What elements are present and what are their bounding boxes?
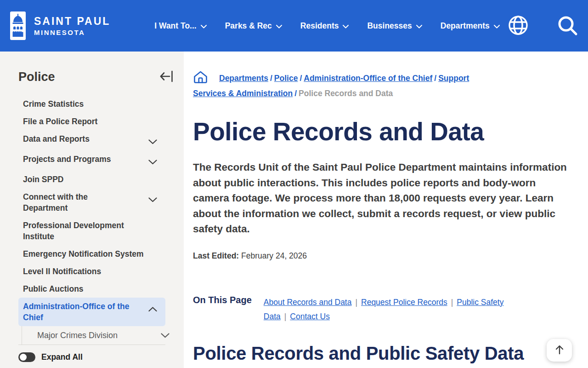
- nav-item-parks-rec[interactable]: Parks & Rec: [225, 21, 282, 31]
- arrow-up-icon: [554, 344, 565, 356]
- globe-icon: [507, 14, 529, 38]
- sidebar-item-label: Professional Development Institute: [23, 220, 138, 242]
- sidebar-item-administration-office-of-the-chief[interactable]: Administration-Office of the Chief: [18, 298, 165, 326]
- last-edited: Last Edited: February 24, 2026: [193, 251, 574, 261]
- submenu-divider: [18, 345, 165, 345]
- nav-item-businesses[interactable]: Businesses: [367, 21, 422, 31]
- scroll-to-top-button[interactable]: [547, 339, 572, 362]
- sidebar-item-label: Public Auctions: [23, 283, 84, 294]
- toggle-knob: [20, 354, 27, 361]
- chevron-down-icon: [416, 21, 422, 31]
- nav-item-residents[interactable]: Residents: [300, 21, 349, 31]
- logo-subtitle: MINNESOTA: [34, 29, 110, 36]
- on-page-separator: |: [447, 298, 457, 307]
- last-edited-value: February 24, 2026: [241, 251, 307, 260]
- breadcrumb-separator: /: [268, 74, 274, 83]
- section-heading: Police Records and Public Safety Data: [193, 343, 574, 364]
- chevron-down-icon: [148, 136, 157, 147]
- sidebar-item-file-a-police-report[interactable]: File a Police Report: [18, 113, 165, 130]
- sidebar-item-join-sppd[interactable]: Join SPPD: [18, 171, 165, 188]
- breadcrumb-link-police[interactable]: Police: [274, 74, 298, 83]
- sidebar-item-public-auctions[interactable]: Public Auctions: [18, 280, 165, 298]
- sidebar-item-projects-and-programs[interactable]: Projects and Programs: [18, 150, 165, 171]
- sidebar-subitem-label: Major Crimes Division: [37, 330, 118, 341]
- home-icon[interactable]: [193, 70, 208, 87]
- nav-item-label: Parks & Rec: [225, 21, 272, 31]
- chevron-down-icon: [494, 21, 500, 31]
- nav-item-departments[interactable]: Departments: [441, 21, 500, 31]
- sidebar-item-crime-statistics[interactable]: Crime Statistics: [18, 95, 165, 113]
- expand-all-row: Expand All: [18, 352, 184, 362]
- on-this-page-links: About Records and Data|Request Police Re…: [264, 295, 548, 324]
- sidebar-item-label: Administration-Office of the Chief: [23, 301, 142, 323]
- on-this-page-label: On This Page: [193, 295, 252, 305]
- chevron-down-icon: [276, 21, 282, 31]
- main-content: Departments/Police/Administration-Office…: [184, 52, 588, 368]
- chevron-down-icon: [148, 194, 157, 205]
- logo-text: SAINT PAUL MINNESOTA: [34, 15, 110, 36]
- on-page-link-about-records-and-data[interactable]: About Records and Data: [264, 298, 352, 307]
- language-globe-button[interactable]: [507, 14, 529, 38]
- sidebar-item-label: Join SPPD: [23, 174, 64, 185]
- sidebar-item-label: Data and Reports: [23, 133, 90, 144]
- primary-nav: I Want To... Parks & Rec Residents Busin…: [154, 21, 499, 31]
- nav-item-label: Departments: [441, 21, 490, 31]
- sidebar-item-level-ii-notifications[interactable]: Level II Notifications: [18, 263, 165, 280]
- sidebar-item-label: Projects and Programs: [23, 154, 111, 165]
- sidebar-title: Police: [18, 70, 55, 84]
- chevron-down-icon: [343, 21, 349, 31]
- chevron-up-icon: [148, 304, 157, 315]
- sidebar-item-label: Crime Statistics: [23, 98, 84, 109]
- on-page-link-request-police-records[interactable]: Request Police Records: [361, 298, 447, 307]
- chevron-down-icon: [148, 156, 157, 167]
- breadcrumb-link-administration-office-of-the-chief[interactable]: Administration-Office of the Chief: [304, 74, 432, 83]
- nav-item-label: I Want To...: [154, 21, 196, 31]
- on-page-separator: |: [281, 312, 290, 321]
- logo-title: SAINT PAUL: [34, 15, 110, 28]
- nav-item-i-want-to[interactable]: I Want To...: [154, 21, 206, 31]
- expand-all-toggle[interactable]: [18, 352, 35, 362]
- sidebar-item-data-and-reports[interactable]: Data and Reports: [18, 130, 165, 150]
- nav-item-label: Residents: [300, 21, 339, 31]
- sidebar-menu: Crime Statistics File a Police Report Da…: [0, 95, 184, 326]
- search-button[interactable]: [557, 15, 578, 37]
- on-page-separator: |: [351, 298, 361, 307]
- sidebar-item-label: Level II Notifications: [23, 266, 101, 277]
- breadcrumb-link-departments[interactable]: Departments: [219, 74, 268, 83]
- sidebar-item-label: Emergency Notification System: [23, 248, 144, 259]
- collapse-sidebar-button[interactable]: [159, 70, 174, 84]
- last-edited-label: Last Edited:: [193, 251, 239, 260]
- capitol-icon: [10, 12, 26, 40]
- chevron-down-icon: [161, 330, 170, 341]
- sidebar-item-label: File a Police Report: [23, 116, 97, 127]
- collapse-arrow-icon: [159, 77, 174, 84]
- sidebar-item-connect-with-the-department[interactable]: Connect with the Department: [18, 188, 165, 217]
- nav-item-label: Businesses: [367, 21, 412, 31]
- header-icons: [507, 14, 578, 38]
- lead-paragraph: The Records Unit of the Saint Paul Polic…: [193, 160, 574, 237]
- breadcrumb-separator: /: [293, 89, 299, 98]
- site-logo[interactable]: SAINT PAUL MINNESOTA: [10, 12, 110, 40]
- sidebar-item-emergency-notification-system[interactable]: Emergency Notification System: [18, 245, 165, 263]
- search-icon: [557, 15, 578, 37]
- sidebar-item-professional-development-institute[interactable]: Professional Development Institute: [18, 217, 165, 245]
- on-page-link-contact-us[interactable]: Contact Us: [290, 312, 330, 321]
- breadcrumb-current: Police Records and Data: [299, 89, 393, 98]
- page-title: Police Records and Data: [193, 117, 574, 146]
- sidebar-subitem-major-crimes-division[interactable]: Major Crimes Division: [22, 326, 184, 345]
- sidebar-item-label: Connect with the Department: [23, 191, 115, 213]
- sidebar-submenu: Major Crimes Division: [22, 326, 184, 345]
- sidebar: Police Crime Statistics File a Police Re…: [0, 52, 184, 368]
- site-header: SAINT PAUL MINNESOTA I Want To... Parks …: [0, 0, 588, 52]
- breadcrumb-separator: /: [432, 74, 438, 83]
- expand-all-label: Expand All: [41, 352, 83, 362]
- breadcrumb-separator: /: [298, 74, 304, 83]
- on-this-page: On This Page About Records and Data|Requ…: [193, 295, 574, 324]
- breadcrumb: Departments/Police/Administration-Office…: [193, 70, 474, 100]
- chevron-down-icon: [201, 21, 207, 31]
